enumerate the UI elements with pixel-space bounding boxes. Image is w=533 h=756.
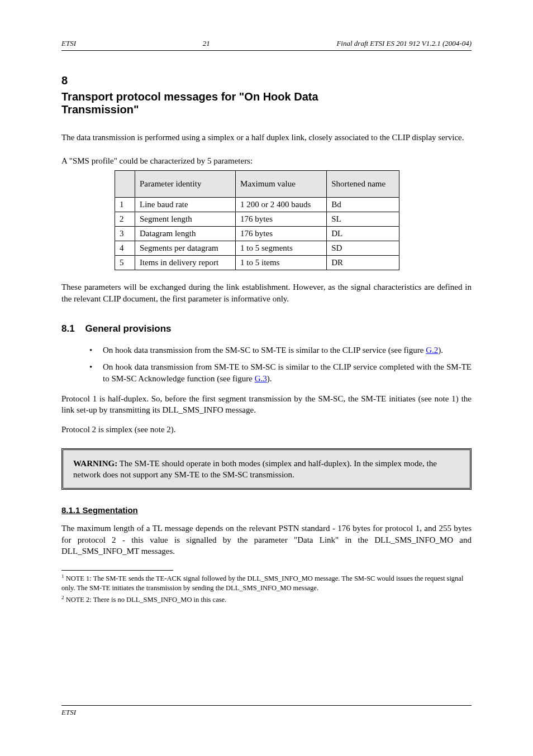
footnote: 1 NOTE 1: The SM-TE sends the TE-ACK sig… [61, 573, 472, 593]
page-header: ETSI 21 Final draft ETSI ES 201 912 V1.2… [61, 39, 472, 51]
bullet-list: On hook data transmission from the SM-SC… [61, 344, 472, 385]
subsubsection-title: 8.1.1 Segmentation [61, 505, 472, 515]
table-caption: A "SMS profile" could be characterized b… [61, 156, 472, 166]
figure-link-g2[interactable]: G.2 [426, 346, 438, 355]
list-item: On hook data transmission from SM-TE to … [61, 361, 472, 386]
footnote: 2 NOTE 2: There is no DLL_SMS_INFO_MO in… [61, 594, 472, 605]
col-header-short: Shortened name [327, 171, 399, 198]
page-footer: ETSI [61, 705, 472, 717]
table-row: 3 Datagram length 176 bytes DL [115, 227, 399, 241]
section-intro: The data transmission is performed using… [61, 132, 472, 143]
subsection-title: 8.1 General provisions [61, 323, 472, 334]
table-row: 5 Items in delivery report 1 to 5 items … [115, 256, 399, 270]
footer-left: ETSI [61, 708, 76, 717]
header-right: Final draft ETSI ES 201 912 V1.2.1 (2004… [336, 39, 472, 48]
protocol2-paragraph: Protocol 2 is simplex (see note 2). [61, 424, 472, 435]
profile-parameters-table: Parameter identity Maximum value Shorten… [115, 170, 399, 270]
header-center: 21 [203, 39, 210, 48]
list-item: On hook data transmission from the SM-SC… [61, 344, 472, 357]
figure-link-g3[interactable]: G.3 [255, 374, 267, 383]
header-left: ETSI [61, 39, 76, 48]
table-row: 2 Segment length 176 bytes SL [115, 212, 399, 227]
warning-label: WARNING: [73, 459, 117, 468]
section-title: Transport protocol messages for "On Hook… [61, 90, 472, 116]
footnote-separator [61, 570, 173, 571]
warning-text: The SM-TE should operate in both modes (… [73, 459, 437, 479]
table-row: 4 Segments per datagram 1 to 5 segments … [115, 241, 399, 256]
after-table-paragraph: These parameters will be exchanged durin… [61, 281, 472, 304]
warning-box: WARNING: The SM-TE should operate in bot… [61, 448, 472, 490]
table-row: 1 Line baud rate 1 200 or 2 400 bauds Bd [115, 198, 399, 212]
col-header-max: Maximum value [236, 171, 327, 198]
col-header-identity: Parameter identity [135, 171, 236, 198]
section-number: 8 [61, 74, 472, 87]
protocol1-paragraph: Protocol 1 is half-duplex. So, before th… [61, 393, 472, 416]
segmentation-paragraph: The maximum length of a TL message depen… [61, 523, 472, 557]
